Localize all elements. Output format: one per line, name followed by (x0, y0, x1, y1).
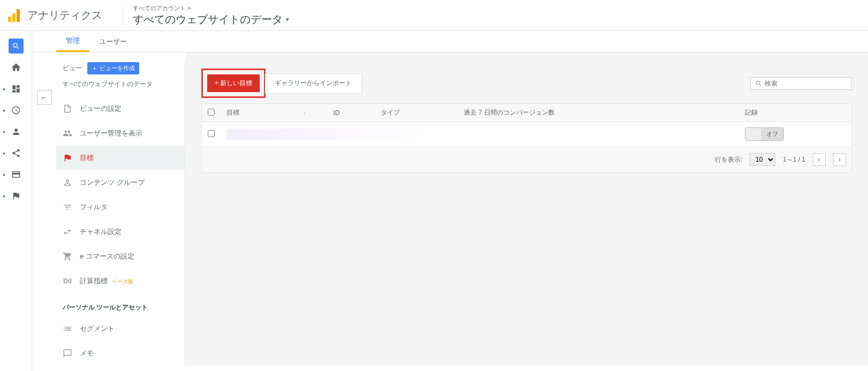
table-row: オフ (202, 122, 852, 147)
chevron-right-icon: › (839, 156, 841, 163)
search-input[interactable] (765, 80, 847, 87)
side-goals[interactable]: 目標 (56, 146, 185, 170)
user-icon (11, 127, 21, 137)
rows-label: 行を表示: (715, 155, 742, 164)
side-item-label: フィルタ (80, 202, 108, 212)
side-item-label: チャネル設定 (80, 227, 122, 237)
home-icon (11, 62, 21, 73)
breadcrumb-accounts: すべてのアカウント > (133, 4, 289, 12)
col-goal[interactable]: 目標 (227, 108, 239, 117)
side-segments[interactable]: セグメント (56, 316, 185, 341)
view-side-panel: ビュー ＋ ビューを作成 すべてのウェブサイトのデータ ビューの設定 ユーザー管… (56, 52, 185, 366)
new-goal-button[interactable]: + 新しい目標 (207, 74, 260, 92)
col-conversions[interactable]: 過去 7 日間のコンバージョン数 (458, 104, 739, 122)
search-icon (12, 42, 20, 50)
beta-badge: ベータ版 (112, 278, 133, 284)
side-item-label: e コマースの設定 (80, 252, 134, 261)
import-from-gallery[interactable]: ギャラリーからインポート (265, 73, 362, 94)
tab-admin[interactable]: 管理 (56, 31, 89, 52)
chat-icon (63, 349, 72, 358)
col-type[interactable]: タイプ (375, 104, 458, 122)
side-content-groups[interactable]: コンテンツ グループ (56, 170, 185, 195)
toggle-on-seg (745, 128, 761, 140)
side-item-label: コンテンツ グループ (80, 178, 145, 187)
dashboard-icon (11, 84, 21, 94)
side-calc-metrics[interactable]: Dd 計算指標 ベータ版 (56, 269, 185, 293)
col-id[interactable]: ID (328, 104, 376, 122)
back-button[interactable]: ← (37, 90, 52, 105)
divider (123, 6, 123, 25)
create-view-label: ビューを作成 (100, 64, 135, 72)
admin-tabs: 管理 ユーザー (32, 31, 868, 52)
search-icon (755, 80, 763, 87)
pager: 行を表示: 10 1～1 / 1 ‹ › (201, 147, 852, 173)
share-icon (11, 148, 21, 158)
view-subtitle: すべてのウェブサイトのデータ (56, 74, 185, 96)
side-section-tools: パーソナル ツールとアセット (56, 293, 185, 316)
rail-search[interactable] (0, 35, 32, 57)
toggle-off-seg: オフ (761, 128, 783, 140)
highlight-new-goal: + 新しい目標 (201, 69, 266, 98)
flag-icon (63, 153, 72, 163)
dd-icon: Dd (63, 277, 72, 285)
swap-icon (63, 227, 72, 237)
caret-right-icon: ▸ (3, 193, 6, 199)
arrow-left-icon: ← (41, 93, 48, 102)
caret-right-icon: ▸ (3, 108, 6, 113)
next-page-button[interactable]: › (833, 153, 846, 166)
side-item-label: 計算指標 (80, 277, 108, 285)
rail-behavior[interactable]: ▸ (0, 164, 32, 185)
left-rail: ▸ ▸ ▸ ▸ ▸ ▸ (0, 31, 32, 371)
caret-right-icon: ▸ (3, 150, 6, 156)
chevron-down-icon: ▾ (286, 16, 289, 23)
prev-page-button[interactable]: ‹ (813, 153, 826, 166)
record-toggle[interactable]: オフ (745, 127, 784, 141)
goals-table: 目標 ↓ ID タイプ 過去 7 日間のコンバージョン数 記録 (201, 103, 852, 147)
breadcrumb[interactable]: すべてのアカウント > すべてのウェブサイトのデータ ▾ (133, 4, 289, 27)
search-box[interactable] (750, 77, 852, 90)
rail-audience[interactable]: ▸ (0, 121, 32, 142)
plus-icon: ＋ (92, 64, 97, 72)
side-item-label: セグメント (80, 324, 115, 334)
people-icon (63, 128, 72, 138)
rail-acquisition[interactable]: ▸ (0, 142, 32, 164)
sort-down-icon: ↓ (304, 110, 306, 116)
chevron-left-icon: ‹ (818, 156, 820, 163)
row-checkbox[interactable] (208, 130, 215, 137)
list-icon (63, 324, 72, 334)
cart-icon (63, 252, 72, 261)
page-range: 1～1 / 1 (783, 155, 805, 164)
view-label: ビュー (63, 64, 82, 73)
create-view-button[interactable]: ＋ ビューを作成 (87, 62, 139, 74)
document-icon (63, 104, 72, 113)
clock-icon (11, 105, 21, 115)
rail-home[interactable] (0, 57, 32, 78)
side-ecommerce[interactable]: e コマースの設定 (56, 244, 185, 269)
col-record[interactable]: 記録 (739, 104, 852, 122)
caret-right-icon: ▸ (3, 172, 6, 177)
side-notes[interactable]: メモ (56, 341, 185, 366)
rows-select[interactable]: 10 (750, 153, 775, 166)
caret-right-icon: ▸ (3, 129, 6, 134)
side-channel[interactable]: チャネル設定 (56, 219, 185, 244)
rail-customization[interactable]: ▸ (0, 78, 32, 100)
rail-conversions[interactable]: ▸ (0, 185, 32, 207)
side-item-label: ユーザー管理を表示 (80, 128, 142, 138)
caret-right-icon: ▸ (3, 86, 6, 92)
select-all-checkbox[interactable] (208, 109, 215, 116)
breadcrumb-title: すべてのウェブサイトのデータ (133, 12, 283, 27)
redacted-cell (227, 128, 734, 140)
rail-realtime[interactable]: ▸ (0, 100, 32, 121)
product-name: アナリティクス (27, 8, 102, 22)
app-header: アナリティクス すべてのアカウント > すべてのウェブサイトのデータ ▾ (0, 0, 868, 31)
side-filters[interactable]: フィルタ (56, 195, 185, 219)
ga-logo (8, 9, 21, 22)
side-item-label: ビューの設定 (80, 104, 122, 113)
side-user-mgmt[interactable]: ユーザー管理を表示 (56, 121, 185, 146)
side-item-label: メモ (80, 349, 94, 358)
person-outline-icon (63, 178, 72, 187)
tab-user[interactable]: ユーザー (89, 31, 137, 52)
side-item-label: 目標 (80, 153, 94, 163)
side-view-settings[interactable]: ビューの設定 (56, 96, 185, 121)
main-content: + 新しい目標 ギャラリーからインポート (185, 52, 868, 366)
